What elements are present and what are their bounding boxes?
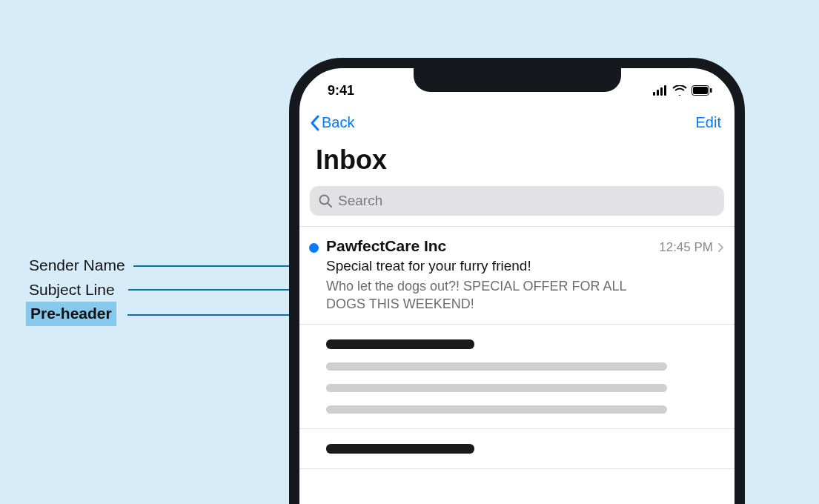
chevron-left-icon (310, 115, 320, 131)
unread-indicator (309, 243, 319, 253)
phone-notch (414, 65, 621, 92)
back-button[interactable]: Back (310, 114, 354, 131)
email-list: PawfectCare Inc 12:45 PM Special treat f… (299, 226, 735, 469)
leader-line (133, 265, 308, 267)
placeholder-bar (326, 362, 667, 371)
placeholder-bar (326, 339, 474, 349)
status-time: 9:41 (328, 83, 354, 99)
email-subject: Special treat for your furry friend! (326, 258, 724, 274)
phone-frame: 9:41 Back Edit Inbox Search PawfectCare … (289, 58, 745, 504)
placeholder-bar (326, 405, 667, 414)
email-row[interactable]: PawfectCare Inc 12:45 PM Special treat f… (299, 227, 735, 325)
battery-icon (692, 85, 712, 96)
edit-button[interactable]: Edit (696, 114, 721, 131)
svg-rect-5 (693, 87, 708, 94)
email-time: 12:45 PM (659, 240, 713, 255)
annotation-preheader: Pre-header (26, 302, 116, 326)
cellular-icon (653, 85, 668, 96)
placeholder-bar (326, 444, 474, 454)
svg-rect-0 (653, 92, 655, 96)
nav-bar: Back Edit (299, 104, 735, 136)
search-placeholder: Search (338, 193, 382, 209)
email-row-placeholder (299, 325, 735, 429)
svg-rect-3 (664, 85, 666, 96)
wifi-icon (672, 85, 687, 96)
back-label: Back (322, 114, 354, 131)
placeholder-bar (326, 384, 667, 392)
email-preheader: Who let the dogs out?! SPECIAL OFFER FOR… (326, 277, 652, 314)
chevron-right-icon (717, 242, 724, 253)
svg-rect-1 (657, 90, 659, 96)
svg-rect-6 (710, 88, 712, 93)
email-row-placeholder (299, 429, 735, 469)
search-input[interactable]: Search (310, 186, 724, 216)
search-icon (319, 194, 332, 208)
status-icons (653, 85, 712, 96)
email-sender: PawfectCare Inc (326, 237, 446, 255)
page-title: Inbox (299, 136, 735, 186)
email-time-group: 12:45 PM (659, 240, 724, 255)
svg-line-8 (328, 203, 331, 207)
svg-rect-2 (660, 87, 663, 96)
